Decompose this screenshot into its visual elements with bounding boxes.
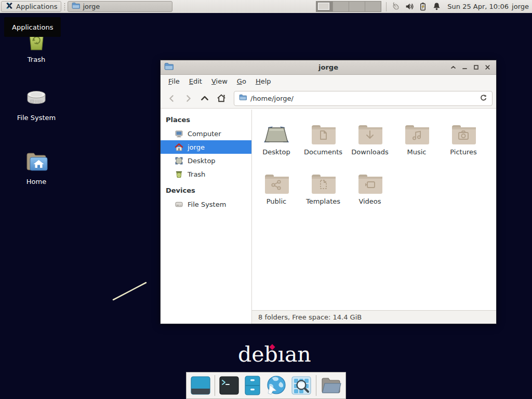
dock-separator: [215, 375, 215, 396]
debian-logo: debıan: [238, 343, 311, 366]
shade-button[interactable]: [450, 64, 457, 71]
stray-line: [109, 278, 152, 305]
menu-view[interactable]: View: [207, 75, 232, 88]
panel-grab-handle[interactable]: [63, 3, 66, 10]
file-item-templates[interactable]: Templates: [300, 165, 347, 214]
application-finder-icon[interactable]: [290, 375, 312, 396]
downloads-folder-icon: [356, 115, 384, 145]
file-manager-window: jorge File Edit View Go Help: [160, 60, 497, 324]
volume-icon[interactable]: [404, 2, 415, 12]
titlebar[interactable]: jorge: [161, 60, 496, 75]
home-button[interactable]: [214, 91, 229, 105]
workspace-4[interactable]: [365, 2, 381, 11]
drive-icon: [23, 87, 49, 112]
file-manager-icon[interactable]: [243, 375, 261, 396]
desktop-icon-label: File System: [17, 114, 56, 122]
desktop-icon-home[interactable]: Home: [8, 150, 65, 185]
sidebar-item-label: Computer: [188, 130, 221, 138]
window-folder-icon: [164, 62, 174, 72]
sidebar-item-computer[interactable]: Computer: [161, 127, 251, 140]
window-content: Places Computer: [161, 110, 496, 324]
home-folder-icon: [24, 150, 49, 176]
file-item-downloads[interactable]: Downloads: [347, 115, 393, 165]
sidebar-header-places: Places: [161, 113, 251, 127]
file-label: Music: [407, 148, 427, 156]
drive-icon: [175, 200, 183, 209]
terminal-icon[interactable]: [219, 375, 240, 396]
mouse-icon[interactable]: [391, 2, 401, 12]
desktop-icon-label: Home: [26, 178, 46, 185]
sidebar-item-trash[interactable]: Trash: [161, 167, 251, 181]
file-label: Desktop: [262, 148, 290, 156]
forward-button[interactable]: [181, 91, 195, 105]
sidebar-item-jorge[interactable]: jorge: [161, 140, 251, 154]
workspace-2[interactable]: [332, 2, 349, 11]
file-item-music[interactable]: Music: [393, 115, 440, 165]
close-button[interactable]: [484, 64, 491, 71]
file-item-desktop[interactable]: Desktop: [253, 115, 300, 165]
workspace-window-preview: [318, 3, 329, 10]
menu-edit[interactable]: Edit: [184, 75, 207, 88]
file-label: Public: [267, 197, 286, 205]
file-label: Videos: [358, 197, 381, 205]
folder-icon[interactable]: [320, 375, 342, 396]
file-item-public[interactable]: Public: [253, 165, 300, 214]
back-button[interactable]: [164, 91, 179, 105]
debian-logo-text: ıan: [278, 342, 311, 367]
sidebar-item-label: jorge: [188, 143, 205, 151]
sidebar-item-label: Trash: [188, 170, 205, 178]
file-label: Downloads: [351, 148, 388, 156]
sidebar-item-desktop[interactable]: Desktop: [161, 154, 251, 167]
applications-menu-label: Applications: [16, 3, 57, 10]
top-panel: Applications jorge: [0, 0, 532, 13]
taskbar-button-label: jorge: [83, 3, 100, 10]
tooltip-text: Applications: [12, 23, 53, 31]
dock-separator: [316, 375, 316, 396]
desktop-icon-label: Trash: [28, 56, 45, 63]
web-browser-icon[interactable]: [265, 375, 287, 396]
menu-file[interactable]: File: [164, 75, 184, 88]
file-item-videos[interactable]: Videos: [347, 165, 393, 214]
up-button[interactable]: [197, 91, 212, 105]
documents-folder-icon: [309, 115, 337, 145]
pictures-folder-icon: [449, 115, 477, 145]
desktop-icon-file-system[interactable]: File System: [8, 87, 65, 122]
tray-separator: [386, 2, 387, 11]
file-label: Documents: [304, 148, 342, 156]
file-grid: Desktop Documents: [252, 110, 496, 214]
folder-icon: [72, 2, 80, 11]
notifications-icon[interactable]: [431, 2, 442, 12]
file-item-pictures[interactable]: Pictures: [440, 115, 487, 165]
workspace-3[interactable]: [349, 2, 365, 11]
file-item-documents[interactable]: Documents: [300, 115, 347, 165]
menu-go[interactable]: Go: [232, 75, 251, 88]
maximize-button[interactable]: [473, 64, 480, 71]
path-bar[interactable]: /home/jorge/: [234, 91, 493, 106]
window-title: jorge: [161, 63, 496, 71]
toolbar: /home/jorge/: [161, 88, 496, 109]
trash-icon: [175, 170, 183, 179]
clock: Sun 25 Apr, 10:06: [447, 3, 509, 10]
desktop-icon: [175, 156, 183, 165]
sidebar-item-file-system[interactable]: File System: [161, 197, 251, 211]
minimize-button[interactable]: [461, 64, 468, 71]
computer-icon: [175, 129, 183, 138]
menu-help[interactable]: Help: [251, 75, 276, 88]
taskbar-button-jorge[interactable]: jorge: [68, 1, 172, 12]
battery-icon[interactable]: [418, 2, 428, 12]
applications-menu-button[interactable]: Applications: [1, 1, 61, 12]
public-folder-icon: [262, 165, 290, 195]
dock: [186, 372, 346, 399]
workspace-1[interactable]: [316, 2, 332, 11]
music-folder-icon: [403, 115, 431, 145]
reload-icon[interactable]: [480, 94, 487, 103]
file-label: Pictures: [450, 148, 476, 156]
videos-folder-icon: [356, 165, 384, 195]
applications-tooltip: Applications: [4, 17, 61, 37]
file-view: Desktop Documents: [252, 110, 496, 324]
window-controls: [450, 64, 496, 71]
sidebar-item-label: Desktop: [188, 157, 216, 165]
statusbar: 8 folders, Free space: 14.4 GiB: [252, 310, 496, 324]
path-input[interactable]: /home/jorge/: [250, 95, 476, 102]
show-desktop-icon[interactable]: [190, 375, 211, 396]
